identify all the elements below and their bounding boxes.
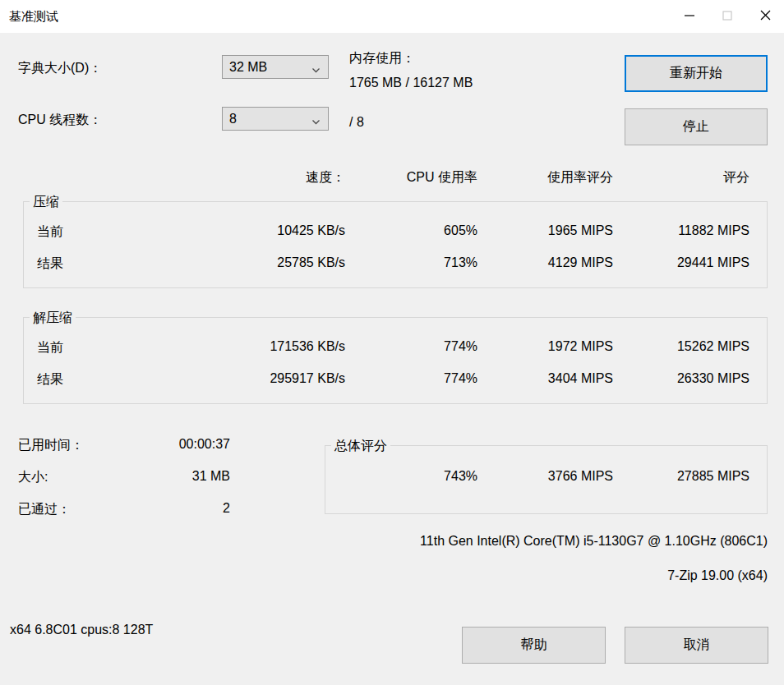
compression-current-usage-rating: 1965 MIPS — [548, 223, 613, 238]
compression-group-title: 压缩 — [30, 194, 62, 209]
close-icon — [760, 10, 771, 23]
cpu-threads-total: / 8 — [349, 115, 364, 130]
decompression-result-rating: 26330 MIPS — [677, 371, 749, 386]
passes-value: 2 — [223, 501, 230, 516]
dictionary-size-value: 32 MB — [229, 60, 267, 75]
decompression-group-title: 解压缩 — [30, 310, 76, 325]
compression-current-rating: 11882 MIPS — [678, 223, 749, 238]
total-rating: 27885 MIPS — [677, 469, 749, 484]
row-label: 当前 — [37, 339, 63, 356]
decompression-current-rating: 15262 MIPS — [677, 339, 749, 354]
chevron-down-icon — [311, 63, 321, 72]
window-title: 基准测试 — [9, 9, 58, 25]
header-usage-rating: 使用率评分 — [547, 169, 613, 186]
total-cpu-usage: 743% — [444, 469, 477, 484]
decompression-result-cpu: 774% — [444, 371, 477, 386]
stop-button[interactable]: 停止 — [625, 108, 768, 145]
row-label: 结果 — [37, 371, 63, 388]
cpu-info: 11th Gen Intel(R) Core(TM) i5-1130G7 @ 1… — [420, 534, 768, 549]
header-rating: 评分 — [723, 169, 749, 186]
row-label: 结果 — [37, 255, 63, 273]
compression-result-speed: 25785 KB/s — [277, 255, 345, 270]
titlebar: 基准测试 — [0, 0, 784, 33]
system-info: x64 6.8C01 cpus:8 128T — [10, 623, 153, 637]
restart-button[interactable]: 重新开始 — [625, 55, 768, 92]
passes-label: 已通过： — [18, 501, 71, 518]
cancel-button[interactable]: 取消 — [625, 627, 768, 664]
compression-current-speed: 10425 KB/s — [277, 223, 345, 238]
cpu-threads-select[interactable]: 8 — [222, 107, 329, 131]
chevron-down-icon — [311, 115, 321, 124]
decompression-result-usage-rating: 3404 MIPS — [548, 371, 613, 386]
compression-result-cpu: 713% — [444, 255, 477, 270]
decompression-result-speed: 295917 KB/s — [270, 371, 345, 386]
size-label: 大小: — [18, 469, 48, 486]
size-value: 31 MB — [192, 469, 230, 484]
dictionary-size-select[interactable]: 32 MB — [222, 55, 329, 79]
maximize-icon — [722, 11, 732, 23]
compression-result-rating: 29441 MIPS — [677, 255, 749, 270]
elapsed-time-label: 已用时间： — [18, 437, 84, 454]
decompression-groupbox: 解压缩 — [23, 317, 768, 404]
elapsed-time-value: 00:00:37 — [179, 437, 230, 452]
cpu-threads-label: CPU 线程数： — [18, 112, 102, 129]
app-version: 7-Zip 19.00 (x64) — [667, 568, 768, 583]
minimize-icon — [685, 11, 694, 23]
decompression-current-speed: 171536 KB/s — [270, 339, 345, 354]
decompression-current-usage-rating: 1972 MIPS — [548, 339, 613, 354]
help-button[interactable]: 帮助 — [462, 627, 606, 664]
maximize-button — [708, 0, 746, 33]
compression-current-cpu: 605% — [444, 223, 477, 238]
total-usage-rating: 3766 MIPS — [548, 469, 613, 484]
compression-groupbox: 压缩 — [23, 201, 768, 288]
compression-result-usage-rating: 4129 MIPS — [548, 255, 613, 270]
header-speed: 速度： — [306, 169, 345, 186]
cpu-threads-value: 8 — [229, 112, 237, 126]
minimize-button[interactable] — [671, 0, 708, 33]
benchmark-dialog: 基准测试 字典大小(D)： 32 MB 内存使用： 1765 MB / 1612… — [0, 0, 784, 685]
row-label: 当前 — [37, 223, 63, 241]
window-controls — [671, 0, 784, 33]
dictionary-size-label: 字典大小(D)： — [18, 60, 102, 77]
close-button[interactable] — [746, 0, 784, 33]
header-cpu-usage: CPU 使用率 — [407, 169, 477, 186]
decompression-current-cpu: 774% — [444, 339, 477, 354]
total-rating-group-title: 总体评分 — [331, 438, 390, 453]
memory-usage-value: 1765 MB / 16127 MB — [349, 76, 473, 90]
memory-usage-label: 内存使用： — [349, 50, 415, 67]
